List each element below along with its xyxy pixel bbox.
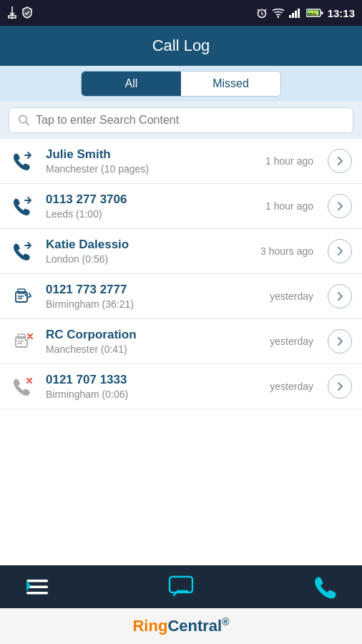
call-type-icon (10, 328, 37, 355)
svg-rect-23 (26, 592, 48, 595)
chat-nav-button[interactable] (165, 571, 197, 602)
call-time: 1 hour ago (265, 200, 313, 212)
search-bar (0, 102, 362, 139)
tab-all[interactable]: All (82, 72, 181, 96)
svg-point-18 (25, 339, 27, 341)
call-type-icon (10, 283, 37, 310)
brand-name: RingCentral® (132, 616, 229, 635)
list-item: 0113 277 3706 Leeds (1:00) 1 hour ago (0, 184, 362, 229)
search-input-wrap[interactable] (9, 107, 353, 133)
call-type-icon (10, 373, 37, 400)
list-item: Julie Smith Manchester (10 pages) 1 hour… (0, 139, 362, 184)
usb-icon (7, 6, 17, 19)
caller-name: 0121 773 2777 (46, 283, 261, 297)
svg-rect-21 (26, 580, 48, 582)
page-title: Call Log (152, 36, 210, 55)
brand-central: Central (167, 618, 222, 635)
svg-rect-14 (18, 289, 25, 293)
caller-detail: Birmingham (36:21) (46, 298, 261, 310)
call-detail-button[interactable] (328, 149, 352, 173)
caller-name: 0113 277 3706 (46, 192, 257, 207)
call-time: 3 hours ago (260, 245, 313, 257)
svg-rect-17 (18, 334, 25, 338)
search-input[interactable] (36, 114, 344, 127)
brand-reg: ® (222, 616, 229, 628)
battery-icon: 80% (306, 8, 323, 18)
phone-nav-button[interactable] (309, 571, 341, 602)
menu-nav-button[interactable] (21, 571, 53, 602)
svg-point-12 (19, 115, 26, 122)
call-time: yesterday (270, 291, 313, 302)
tab-missed[interactable]: Missed (181, 72, 280, 96)
call-detail-button[interactable] (328, 239, 352, 263)
call-info: 0121 773 2777 Birmingham (36:21) (46, 283, 261, 310)
caller-detail: Birmingham (0:06) (46, 389, 261, 400)
caller-name: RC Corporation (46, 328, 261, 342)
signal-icon (289, 8, 302, 18)
call-list: Julie Smith Manchester (10 pages) 1 hour… (0, 139, 362, 565)
caller-name: 0121 707 1333 (46, 373, 261, 387)
svg-point-0 (11, 17, 14, 19)
call-detail-button[interactable] (328, 329, 352, 353)
caller-detail: Leeds (1:00) (46, 208, 257, 220)
call-type-icon (10, 238, 37, 265)
caller-detail: London (0:56) (46, 253, 252, 265)
call-info: Julie Smith Manchester (10 pages) (46, 147, 257, 175)
call-info: Katie Dalessio London (0:56) (46, 238, 252, 265)
caller-detail: Manchester (10 pages) (46, 163, 257, 175)
call-time: yesterday (270, 336, 313, 347)
svg-rect-4 (292, 13, 294, 18)
list-item: Katie Dalessio London (0:56) 3 hours ago (0, 229, 362, 274)
svg-point-15 (25, 294, 27, 296)
status-right-icons: 80% 13:13 (256, 7, 355, 19)
tab-bar: All Missed (0, 66, 362, 102)
time-display: 13:13 (328, 7, 355, 19)
call-detail-button[interactable] (328, 374, 352, 399)
svg-rect-8 (321, 11, 323, 14)
shield-icon (21, 6, 33, 19)
brand-ring: Ring (132, 618, 167, 635)
caller-name: Katie Dalessio (46, 238, 252, 252)
list-item: 0121 773 2777 Birmingham (36:21) yesterd… (0, 274, 362, 319)
call-info: RC Corporation Manchester (0:41) (46, 328, 261, 355)
app-header: Call Log (0, 26, 362, 66)
status-bar: 80% 13:13 (0, 0, 362, 26)
alarm-icon (256, 7, 268, 19)
wifi-icon (272, 8, 285, 18)
list-item: RC Corporation Manchester (0:41) yesterd… (0, 319, 362, 364)
caller-name: Julie Smith (46, 147, 257, 162)
list-item: 0121 707 1333 Birmingham (0:06) yesterda… (0, 364, 362, 409)
call-time: yesterday (270, 381, 313, 392)
call-type-icon (10, 192, 37, 220)
svg-rect-5 (295, 11, 297, 18)
call-info: 0121 707 1333 Birmingham (0:06) (46, 373, 261, 400)
search-icon (18, 114, 30, 127)
svg-rect-25 (170, 577, 192, 592)
bottom-nav (0, 565, 362, 608)
call-detail-button[interactable] (328, 284, 352, 308)
status-left-icons (7, 6, 33, 19)
caller-detail: Manchester (0:41) (46, 343, 261, 355)
call-detail-button[interactable] (328, 194, 352, 218)
svg-rect-6 (298, 9, 300, 18)
call-time: 1 hour ago (265, 155, 313, 167)
call-type-icon (10, 147, 37, 175)
tab-group: All Missed (81, 71, 281, 97)
brand-footer: RingCentral® (0, 608, 362, 644)
svg-rect-3 (289, 15, 291, 18)
call-info: 0113 277 3706 Leeds (1:00) (46, 192, 257, 220)
